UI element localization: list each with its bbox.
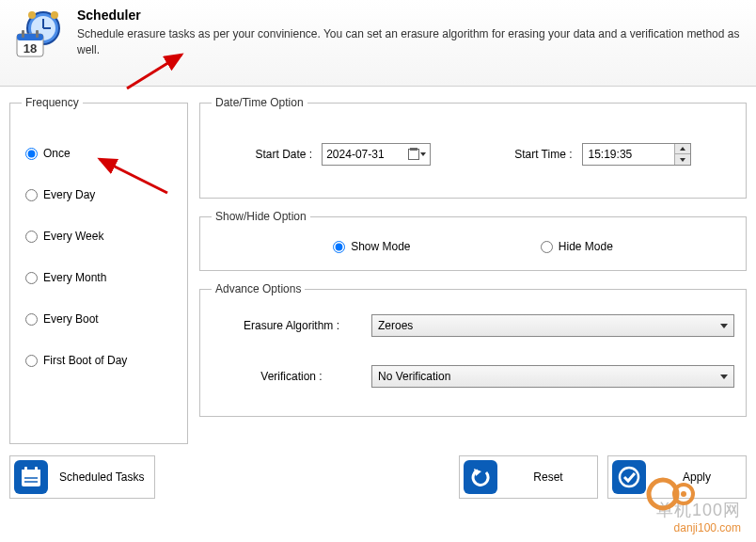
watermark-line1: 单机100网 [656,499,741,521]
verification-select[interactable]: No Verification [371,365,734,388]
watermark-line2: danji100.com [656,521,741,534]
frequency-option-once[interactable]: Once [25,147,172,160]
frequency-radio-every-month[interactable] [25,272,38,284]
calendar-icon [408,149,419,160]
svg-rect-7 [17,34,43,40]
datetime-panel: Date/Time Option Start Date : 2024-07-31… [199,96,747,199]
scheduled-tasks-icon [14,460,48,494]
scheduled-tasks-button[interactable]: Scheduled Tasks [9,455,155,499]
svg-text:18: 18 [24,41,37,56]
reset-button[interactable]: Reset [459,455,598,499]
frequency-option-every-week[interactable]: Every Week [25,230,172,243]
reset-icon [464,460,497,494]
svg-point-22 [620,468,638,486]
frequency-option-first-boot[interactable]: First Boot of Day [25,354,172,367]
start-date-input[interactable]: 2024-07-31 [322,143,431,166]
svg-marker-21 [474,469,481,476]
hide-mode-option[interactable]: Hide Mode [541,240,613,253]
show-mode-radio[interactable] [333,241,345,253]
datetime-legend: Date/Time Option [212,96,307,109]
frequency-legend: Frequency [22,96,83,109]
watermark: 单机100网 danji100.com [656,499,741,534]
start-date-value: 2024-07-31 [326,148,384,161]
svg-rect-9 [36,30,39,38]
frequency-label-once: Once [43,147,71,160]
chevron-down-icon [720,375,728,379]
hide-mode-radio[interactable] [541,241,553,253]
frequency-label-every-week: Every Week [43,230,103,243]
frequency-option-every-month[interactable]: Every Month [25,271,172,284]
verification-label: Verification : [212,370,371,383]
svg-rect-8 [22,30,24,38]
start-time-input[interactable]: 15:19:35 [582,143,691,166]
hide-mode-label: Hide Mode [559,240,613,253]
start-time-label: Start Time : [514,148,572,161]
svg-point-4 [28,11,36,19]
frequency-label-every-boot: Every Boot [43,312,99,326]
erasure-algorithm-select[interactable]: Zeroes [371,314,734,337]
showhide-legend: Show/Hide Option [212,210,310,223]
frequency-label-first-boot: First Boot of Day [43,354,127,367]
svg-point-5 [51,11,58,19]
frequency-option-every-day[interactable]: Every Day [25,188,172,201]
reset-label: Reset [509,470,588,484]
chevron-down-icon [720,324,728,328]
svg-rect-18 [35,467,38,472]
start-time-value: 15:19:35 [583,148,674,161]
frequency-radio-every-boot[interactable] [25,313,38,326]
frequency-radio-every-day[interactable] [25,189,38,201]
footer: Scheduled Tasks Reset Apply [0,454,756,501]
show-mode-label: Show Mode [351,240,410,253]
advance-legend: Advance Options [212,282,305,295]
showhide-panel: Show/Hide Option Show Mode Hide Mode [199,210,747,271]
start-date-label: Start Date : [255,148,312,161]
erasure-algorithm-label: Erasure Algorithm : [212,319,371,332]
time-spin-up[interactable] [675,144,690,154]
time-spinner [674,144,690,165]
header-title: Scheduler [77,8,745,23]
chevron-up-icon [680,147,685,151]
date-picker-button[interactable] [408,149,426,160]
frequency-radio-once[interactable] [25,148,38,160]
header: 18 Scheduler Schedule erasure tasks as p… [0,0,756,87]
frequency-radio-first-boot[interactable] [25,355,38,367]
svg-rect-17 [24,467,27,472]
apply-button[interactable]: Apply [607,455,747,499]
frequency-label-every-day: Every Day [43,188,95,201]
apply-label: Apply [657,470,736,484]
erasure-algorithm-value: Zeroes [378,319,413,332]
frequency-label-every-month: Every Month [43,271,106,284]
scheduler-calendar-icon: 18 [11,8,77,67]
header-description: Schedule erasure tasks as per your convi… [77,26,745,58]
chevron-down-icon [680,158,685,162]
frequency-radio-every-week[interactable] [25,231,38,243]
scheduled-tasks-label: Scheduled Tasks [59,470,145,484]
time-spin-down[interactable] [675,154,690,165]
apply-icon [612,460,646,494]
frequency-panel: Frequency Once Every Day Every Week Ever… [9,96,188,444]
advance-panel: Advance Options Erasure Algorithm : Zero… [199,282,747,417]
verification-value: No Verification [378,370,450,383]
frequency-option-every-boot[interactable]: Every Boot [25,312,172,326]
show-mode-option[interactable]: Show Mode [333,240,410,253]
chevron-down-icon [420,152,426,156]
